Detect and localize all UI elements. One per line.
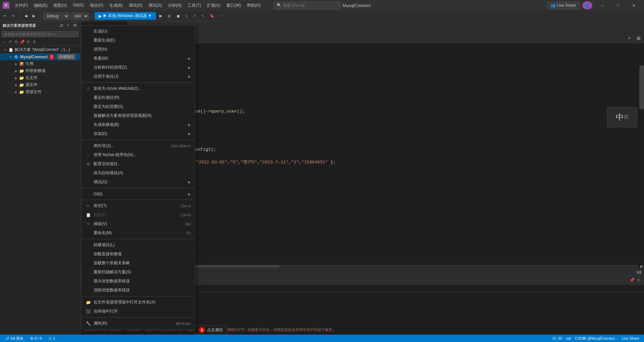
menu-build-deps[interactable]: 生成依赖项(B) ▶ <box>82 120 195 129</box>
git-status-item[interactable]: ⎇ Git 更改 <box>3 336 25 341</box>
editor-split[interactable]: ⊞ <box>635 34 643 42</box>
solution-search-input[interactable] <box>1 31 79 37</box>
sol-toolbar-collapse[interactable]: ⊟ <box>13 39 19 45</box>
menu-project-only[interactable]: 仅用于项目(J) ▶ <box>82 72 195 81</box>
menu-rename-m[interactable]: 重命名(M) F2 <box>82 228 195 237</box>
menu-edit[interactable]: 编辑(E) <box>31 1 50 10</box>
menu-analyze-z[interactable]: 分析和代码清理(Z) ▶ <box>82 63 195 72</box>
panel-sync-btn[interactable]: ⇄ <box>59 23 64 28</box>
menu-new-view-label: 新建解决方案资源管理器视图(N) <box>94 113 191 119</box>
menu-azure-webjob[interactable]: A 发布为 Azure WebJob(J)... <box>82 84 195 93</box>
menu-help[interactable]: 帮助(H) <box>244 1 263 10</box>
menu-extensions[interactable]: 扩展(X) <box>204 1 223 10</box>
language-status-item[interactable]: CSD新·@MysqlConnect... <box>573 336 620 341</box>
toolbar-nav-fwd[interactable]: ▶ <box>31 13 37 19</box>
menu-retarget[interactable]: 重定向项目(R) <box>82 93 195 102</box>
toolbar-redo[interactable]: ↪ <box>10 13 17 19</box>
menu-unload[interactable]: 卸载项目(L) <box>82 241 195 250</box>
toolbar-step-out[interactable]: ⤷ <box>199 13 206 19</box>
live-share-button[interactable]: 👥 Live Share <box>547 2 580 9</box>
menu-configure-startup[interactable]: ⚙ 配置启动项目... <box>82 159 195 168</box>
toolbar-extras[interactable]: ⋯ <box>218 13 225 19</box>
resource-files-icon: 📁 <box>19 89 24 95</box>
toolbar-undo[interactable]: ↩ <box>1 13 8 19</box>
editor-nav-add[interactable]: ＋ <box>625 34 633 42</box>
menu-scope[interactable]: 限定为此范围(S) <box>82 102 195 111</box>
menu-analyze[interactable]: 分析(N) <box>165 1 184 10</box>
toolbar-bookmark[interactable]: 🔖 <box>208 13 216 19</box>
menu-clear-browse-errors[interactable]: 清除浏览数据库错误 <box>82 286 195 295</box>
menu-set-startup[interactable]: 设为启动项目(A) <box>82 168 195 178</box>
sol-toolbar-pin[interactable]: 📌 <box>19 39 25 45</box>
menu-load-direct[interactable]: 加载直接依赖项 <box>82 250 195 259</box>
line-col-status[interactable]: 行: 20 <box>550 336 564 341</box>
menu-project[interactable]: 项目(P) <box>87 1 106 10</box>
v-scroll-thumb[interactable] <box>639 65 644 110</box>
menu-new-view[interactable]: 新建解决方案资源管理器视图(N) <box>82 111 195 120</box>
toolbar-stop[interactable]: ⏹ <box>174 13 182 19</box>
sol-toolbar-home[interactable]: ⌂ <box>1 39 7 45</box>
menu-rescan[interactable]: 重新扫描解决方案(S) <box>82 268 195 277</box>
menu-open-terminal[interactable]: ⬛ 在终端中打开 <box>82 307 195 316</box>
panel-filter-btn[interactable]: ≡ <box>65 23 71 28</box>
menu-clean-n[interactable]: 清理(N) <box>82 45 195 54</box>
global-search[interactable]: 🔍 搜索 (Ctrl+Q) <box>274 2 341 9</box>
menu-cut-t[interactable]: ✂ 剪切(T) Ctrl+X <box>82 201 195 210</box>
close-button[interactable]: ✕ <box>626 0 641 11</box>
platform-select[interactable]: x64 x86 <box>71 12 89 20</box>
vertical-scrollbar[interactable] <box>639 43 644 264</box>
live-share-status[interactable]: Live Share <box>620 336 641 340</box>
menu-show-browse-errors[interactable]: 显示浏览数据库错误 <box>82 277 195 286</box>
sol-toolbar-new-view[interactable]: ⧉ <box>25 39 31 45</box>
menu-add-d[interactable]: 添加(D) ▶ <box>82 129 195 138</box>
source-files-item[interactable]: ▶ 📁 源文件 <box>0 81 80 88</box>
toolbar-pause[interactable]: ⏸ <box>165 13 173 19</box>
menu-load-tree[interactable]: 加载整个依赖关系树 <box>82 259 195 268</box>
warnings-status-item[interactable]: ⚠ 1 <box>47 336 57 341</box>
maximize-button[interactable]: □ <box>610 0 626 11</box>
toolbar-step-over[interactable]: ⤵ <box>183 13 190 19</box>
user-avatar[interactable]: 👤 <box>582 1 592 9</box>
external-deps-item[interactable]: ▶ 📁 外部依赖项 <box>0 67 80 74</box>
errors-status-item[interactable]: ⊗ 0 / 0 <box>28 336 44 341</box>
headers-item[interactable]: ▶ 📁 头文件 <box>0 74 80 81</box>
menu-debug-g[interactable]: 调试(G) ▶ <box>82 178 195 187</box>
solution-root-item[interactable]: ▼ 📋 解决方案 'MysqlConnect'（1...) <box>0 46 80 53</box>
menu-view-w[interactable]: 查看(W) ▶ <box>82 54 195 63</box>
menu-remove-v[interactable]: ✕ 移除(V) Del <box>82 219 195 228</box>
output-pin-btn[interactable]: 📌 <box>629 277 635 283</box>
minimize-button[interactable]: ─ <box>595 0 610 11</box>
panel-settings-btn[interactable]: ⚙ <box>72 23 77 28</box>
run-debugger-button[interactable]: ▶ ▶ 本地 Windows 调试器 ▼ <box>95 12 156 20</box>
output-close-btn[interactable]: ✕ <box>636 277 641 283</box>
menu-nuget[interactable]: N 管理 NuGet 程序包(N)... <box>82 150 195 159</box>
menu-git-i[interactable]: Git(I) ▶ <box>82 190 195 198</box>
menu-class-wizard[interactable]: 类向导(Z)... Ctrl+Shift+X <box>82 141 195 150</box>
menu-properties[interactable]: 🔧 属性(R) Alt+Enter <box>82 319 195 328</box>
menu-debug[interactable]: 调试(D) <box>126 1 145 10</box>
menu-git[interactable]: Git(G) <box>70 1 87 10</box>
menu-test[interactable]: 测试(S) <box>146 1 165 10</box>
solution-arrow: ▼ <box>3 47 8 53</box>
sol-toolbar-settings[interactable]: ⚙ <box>32 39 37 45</box>
sol-toolbar-refresh[interactable]: ↺ <box>7 39 13 45</box>
references-item[interactable]: ▶ 📦 引用 <box>0 60 80 67</box>
encoding-status-item[interactable]: sql <box>564 336 573 340</box>
menu-window[interactable]: 窗口(W) <box>224 1 244 10</box>
hint-label[interactable]: 点击属性 <box>207 327 223 333</box>
menu-rebuild-e[interactable]: 重新生成(E) <box>82 36 195 45</box>
menu-file[interactable]: 文件(F) <box>12 1 31 10</box>
menu-build-u[interactable]: 生成(U) <box>82 27 195 36</box>
menu-build[interactable]: 生成(B) <box>107 1 125 10</box>
debug-mode-select[interactable]: Debug Release <box>43 12 69 20</box>
warning-count: 1 <box>53 336 55 340</box>
h-scroll-right[interactable]: ▶ <box>639 264 644 269</box>
resource-files-item[interactable]: ▶ 📁 资源文件 <box>0 88 80 95</box>
project-item[interactable]: ▼ 🔷 MysqlConnect 1 右键项目 <box>0 53 80 60</box>
menu-open-folder[interactable]: 📁 在文件资源管理器中打开文件夹(X) <box>82 298 195 307</box>
toolbar-nav-back[interactable]: ◀ <box>22 13 29 19</box>
menu-tools[interactable]: 工具(T) <box>185 1 203 10</box>
menu-view[interactable]: 视图(V) <box>51 1 69 10</box>
toolbar-continue[interactable]: ▶ <box>157 13 164 19</box>
toolbar-step-in[interactable]: ⤶ <box>191 13 198 19</box>
